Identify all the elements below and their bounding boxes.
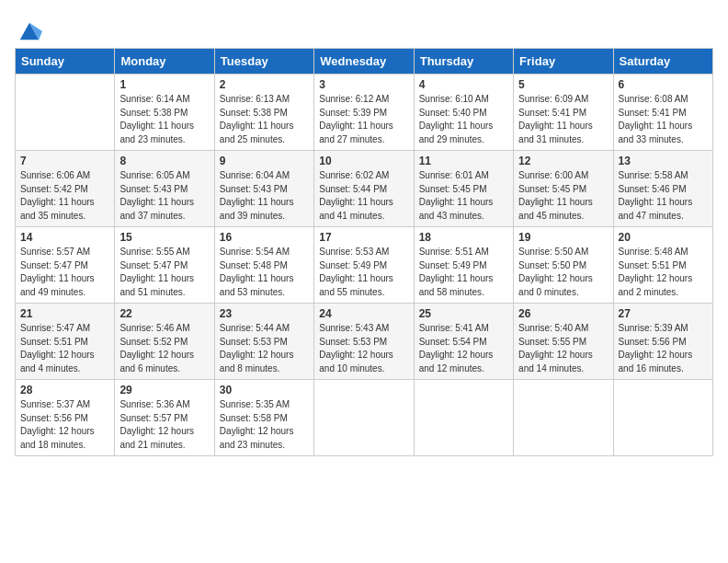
cell-info: Sunrise: 6:04 AM Sunset: 5:43 PM Dayligh… [220, 169, 309, 223]
cell-info: Sunrise: 6:09 AM Sunset: 5:41 PM Dayligh… [518, 93, 608, 146]
day-number: 5 [518, 78, 608, 91]
cell-info: Sunrise: 5:39 AM Sunset: 5:56 PM Dayligh… [619, 322, 708, 375]
calendar-cell: 18Sunrise: 5:51 AM Sunset: 5:49 PM Dayli… [414, 227, 513, 304]
day-number: 7 [20, 155, 109, 167]
calendar-week-row: 28Sunrise: 5:37 AM Sunset: 5:56 PM Dayli… [16, 380, 713, 456]
cell-info: Sunrise: 5:41 AM Sunset: 5:54 PM Dayligh… [419, 322, 508, 375]
calendar-cell: 19Sunrise: 5:50 AM Sunset: 5:50 PM Dayli… [514, 227, 613, 304]
day-number: 21 [20, 307, 109, 320]
cell-info: Sunrise: 5:58 AM Sunset: 5:46 PM Dayligh… [619, 169, 708, 223]
day-number: 15 [119, 231, 209, 244]
cell-info: Sunrise: 5:44 AM Sunset: 5:53 PM Dayligh… [220, 322, 309, 375]
calendar-week-row: 14Sunrise: 5:57 AM Sunset: 5:47 PM Dayli… [16, 227, 713, 304]
day-number: 6 [619, 78, 708, 91]
day-number: 4 [419, 78, 508, 91]
day-number: 9 [220, 155, 309, 167]
calendar-cell: 14Sunrise: 5:57 AM Sunset: 5:47 PM Dayli… [16, 227, 115, 304]
day-number: 29 [119, 384, 209, 396]
calendar-cell: 7Sunrise: 6:06 AM Sunset: 5:42 PM Daylig… [16, 151, 115, 227]
cell-info: Sunrise: 5:57 AM Sunset: 5:47 PM Dayligh… [20, 246, 109, 299]
calendar-cell: 21Sunrise: 5:47 AM Sunset: 5:51 PM Dayli… [16, 304, 115, 380]
calendar-cell: 16Sunrise: 5:54 AM Sunset: 5:48 PM Dayli… [214, 227, 313, 304]
cell-info: Sunrise: 6:08 AM Sunset: 5:41 PM Dayligh… [619, 93, 708, 146]
calendar-cell: 26Sunrise: 5:40 AM Sunset: 5:55 PM Dayli… [514, 304, 613, 380]
logo [15, 18, 42, 44]
col-header-wednesday: Wednesday [314, 49, 414, 75]
cell-info: Sunrise: 6:01 AM Sunset: 5:45 PM Dayligh… [419, 169, 508, 223]
calendar-cell: 4Sunrise: 6:10 AM Sunset: 5:40 PM Daylig… [414, 75, 513, 151]
calendar-cell [16, 75, 115, 151]
cell-info: Sunrise: 6:13 AM Sunset: 5:38 PM Dayligh… [220, 93, 309, 146]
calendar-cell: 13Sunrise: 5:58 AM Sunset: 5:46 PM Dayli… [613, 151, 712, 227]
cell-info: Sunrise: 5:47 AM Sunset: 5:51 PM Dayligh… [20, 322, 109, 375]
calendar-cell: 12Sunrise: 6:00 AM Sunset: 5:45 PM Dayli… [514, 151, 613, 227]
calendar-week-row: 1Sunrise: 6:14 AM Sunset: 5:38 PM Daylig… [16, 75, 713, 151]
calendar-cell: 17Sunrise: 5:53 AM Sunset: 5:49 PM Dayli… [314, 227, 414, 304]
day-number: 1 [119, 78, 209, 91]
calendar-cell: 10Sunrise: 6:02 AM Sunset: 5:44 PM Dayli… [314, 151, 414, 227]
day-number: 18 [419, 231, 508, 244]
day-number: 17 [319, 231, 408, 244]
calendar-cell: 27Sunrise: 5:39 AM Sunset: 5:56 PM Dayli… [613, 304, 712, 380]
page-header [15, 15, 713, 44]
col-header-saturday: Saturday [613, 49, 712, 75]
cell-info: Sunrise: 5:35 AM Sunset: 5:58 PM Dayligh… [220, 398, 309, 452]
day-number: 3 [319, 78, 408, 91]
cell-info: Sunrise: 6:12 AM Sunset: 5:39 PM Dayligh… [319, 93, 408, 146]
cell-info: Sunrise: 5:54 AM Sunset: 5:48 PM Dayligh… [220, 246, 309, 299]
calendar-cell [613, 380, 712, 456]
day-number: 28 [20, 384, 109, 396]
calendar-week-row: 7Sunrise: 6:06 AM Sunset: 5:42 PM Daylig… [16, 151, 713, 227]
calendar-header-row: SundayMondayTuesdayWednesdayThursdayFrid… [16, 49, 713, 75]
cell-info: Sunrise: 6:14 AM Sunset: 5:38 PM Dayligh… [119, 93, 209, 146]
day-number: 2 [220, 78, 309, 91]
calendar-cell: 15Sunrise: 5:55 AM Sunset: 5:47 PM Dayli… [115, 227, 214, 304]
cell-info: Sunrise: 5:40 AM Sunset: 5:55 PM Dayligh… [518, 322, 608, 375]
cell-info: Sunrise: 5:36 AM Sunset: 5:57 PM Dayligh… [119, 398, 209, 452]
cell-info: Sunrise: 6:10 AM Sunset: 5:40 PM Dayligh… [419, 93, 508, 146]
calendar-cell: 22Sunrise: 5:46 AM Sunset: 5:52 PM Dayli… [115, 304, 214, 380]
col-header-tuesday: Tuesday [214, 49, 313, 75]
day-number: 30 [220, 384, 309, 396]
day-number: 16 [220, 231, 309, 244]
cell-info: Sunrise: 5:53 AM Sunset: 5:49 PM Dayligh… [319, 246, 408, 299]
cell-info: Sunrise: 6:02 AM Sunset: 5:44 PM Dayligh… [319, 169, 408, 223]
calendar-cell: 1Sunrise: 6:14 AM Sunset: 5:38 PM Daylig… [115, 75, 214, 151]
calendar-cell: 20Sunrise: 5:48 AM Sunset: 5:51 PM Dayli… [613, 227, 712, 304]
cell-info: Sunrise: 5:37 AM Sunset: 5:56 PM Dayligh… [20, 398, 109, 452]
calendar-cell [514, 380, 613, 456]
logo-text [15, 18, 42, 44]
day-number: 24 [319, 307, 408, 320]
day-number: 11 [419, 155, 508, 167]
day-number: 19 [518, 231, 608, 244]
cell-info: Sunrise: 6:06 AM Sunset: 5:42 PM Dayligh… [20, 169, 109, 223]
calendar-cell [314, 380, 414, 456]
day-number: 20 [619, 231, 708, 244]
calendar-cell: 5Sunrise: 6:09 AM Sunset: 5:41 PM Daylig… [514, 75, 613, 151]
day-number: 27 [619, 307, 708, 320]
calendar-cell: 28Sunrise: 5:37 AM Sunset: 5:56 PM Dayli… [16, 380, 115, 456]
calendar-cell: 23Sunrise: 5:44 AM Sunset: 5:53 PM Dayli… [214, 304, 313, 380]
calendar-cell: 3Sunrise: 6:12 AM Sunset: 5:39 PM Daylig… [314, 75, 414, 151]
day-number: 22 [119, 307, 209, 320]
calendar-week-row: 21Sunrise: 5:47 AM Sunset: 5:51 PM Dayli… [16, 304, 713, 380]
col-header-sunday: Sunday [16, 49, 115, 75]
calendar-cell: 29Sunrise: 5:36 AM Sunset: 5:57 PM Dayli… [115, 380, 214, 456]
day-number: 14 [20, 231, 109, 244]
col-header-friday: Friday [514, 49, 613, 75]
calendar-cell: 9Sunrise: 6:04 AM Sunset: 5:43 PM Daylig… [214, 151, 313, 227]
cell-info: Sunrise: 5:48 AM Sunset: 5:51 PM Dayligh… [619, 246, 708, 299]
calendar-cell: 6Sunrise: 6:08 AM Sunset: 5:41 PM Daylig… [613, 75, 712, 151]
cell-info: Sunrise: 5:55 AM Sunset: 5:47 PM Dayligh… [119, 246, 209, 299]
day-number: 23 [220, 307, 309, 320]
day-number: 13 [619, 155, 708, 167]
day-number: 8 [119, 155, 209, 167]
cell-info: Sunrise: 5:46 AM Sunset: 5:52 PM Dayligh… [119, 322, 209, 375]
calendar-cell: 25Sunrise: 5:41 AM Sunset: 5:54 PM Dayli… [414, 304, 513, 380]
day-number: 12 [518, 155, 608, 167]
calendar-cell: 30Sunrise: 5:35 AM Sunset: 5:58 PM Dayli… [214, 380, 313, 456]
col-header-thursday: Thursday [414, 49, 513, 75]
day-number: 26 [518, 307, 608, 320]
day-number: 25 [419, 307, 508, 320]
day-number: 10 [319, 155, 408, 167]
